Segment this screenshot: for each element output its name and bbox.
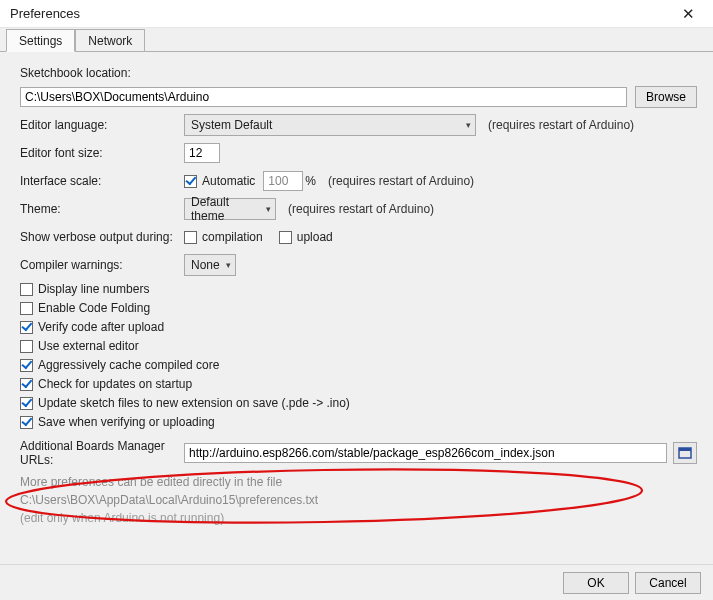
theme-select[interactable]: Default theme ▾ xyxy=(184,198,276,220)
dialog-footer: OK Cancel xyxy=(0,564,713,600)
scale-auto-checkbox[interactable] xyxy=(184,175,197,188)
verbose-compilation-checkbox[interactable] xyxy=(184,231,197,244)
theme-value: Default theme xyxy=(191,195,257,223)
warnings-value: None xyxy=(191,258,220,272)
window-icon xyxy=(678,447,692,459)
titlebar: Preferences ✕ xyxy=(0,0,713,28)
chevron-down-icon: ▾ xyxy=(226,260,231,270)
tab-bar: Settings Network xyxy=(0,28,713,52)
chevron-down-icon: ▾ xyxy=(266,204,271,214)
close-icon[interactable]: ✕ xyxy=(671,5,705,23)
tab-settings[interactable]: Settings xyxy=(6,29,75,52)
chevron-down-icon: ▾ xyxy=(466,120,471,130)
theme-hint: (requires restart of Arduino) xyxy=(288,202,434,216)
verify-after-upload-checkbox[interactable] xyxy=(20,321,33,334)
edit-only-note: (edit only when Arduino is not running) xyxy=(20,511,697,525)
boards-url-expand-button[interactable] xyxy=(673,442,697,464)
verify-after-upload-label: Verify code after upload xyxy=(38,320,164,334)
cancel-button[interactable]: Cancel xyxy=(635,572,701,594)
scale-value-input[interactable] xyxy=(263,171,303,191)
update-ext-label: Update sketch files to new extension on … xyxy=(38,396,350,410)
sketchbook-label: Sketchbook location: xyxy=(20,66,131,80)
verbose-upload-label: upload xyxy=(297,230,333,244)
warnings-label: Compiler warnings: xyxy=(20,258,184,272)
scale-hint: (requires restart of Arduino) xyxy=(328,174,474,188)
window-title: Preferences xyxy=(10,6,80,21)
prefs-file-path[interactable]: C:\Users\BOX\AppData\Local\Arduino15\pre… xyxy=(20,493,697,507)
warnings-select[interactable]: None ▾ xyxy=(184,254,236,276)
theme-label: Theme: xyxy=(20,202,184,216)
sketchbook-path-input[interactable] xyxy=(20,87,627,107)
preferences-dialog: Preferences ✕ Settings Network Sketchboo… xyxy=(0,0,713,600)
browse-button[interactable]: Browse xyxy=(635,86,697,108)
tab-network[interactable]: Network xyxy=(75,29,145,51)
fontsize-label: Editor font size: xyxy=(20,146,184,160)
save-on-verify-label: Save when verifying or uploading xyxy=(38,415,215,429)
scale-label: Interface scale: xyxy=(20,174,184,188)
cache-core-label: Aggressively cache compiled core xyxy=(38,358,219,372)
language-select[interactable]: System Default ▾ xyxy=(184,114,476,136)
enable-code-folding-label: Enable Code Folding xyxy=(38,301,150,315)
boards-url-input[interactable] xyxy=(184,443,667,463)
more-prefs-note: More preferences can be edited directly … xyxy=(20,475,697,489)
language-value: System Default xyxy=(191,118,272,132)
verbose-upload-checkbox[interactable] xyxy=(279,231,292,244)
check-updates-checkbox[interactable] xyxy=(20,378,33,391)
verbose-label: Show verbose output during: xyxy=(20,230,184,244)
ok-button[interactable]: OK xyxy=(563,572,629,594)
display-line-numbers-checkbox[interactable] xyxy=(20,283,33,296)
svg-rect-1 xyxy=(679,448,691,451)
boards-url-label: Additional Boards Manager URLs: xyxy=(20,439,184,467)
scale-auto-label: Automatic xyxy=(202,174,255,188)
settings-panel: Sketchbook location: Browse Editor langu… xyxy=(0,52,713,529)
fontsize-input[interactable] xyxy=(184,143,220,163)
enable-code-folding-checkbox[interactable] xyxy=(20,302,33,315)
check-updates-label: Check for updates on startup xyxy=(38,377,192,391)
language-label: Editor language: xyxy=(20,118,184,132)
external-editor-label: Use external editor xyxy=(38,339,139,353)
save-on-verify-checkbox[interactable] xyxy=(20,416,33,429)
verbose-compilation-label: compilation xyxy=(202,230,263,244)
display-line-numbers-label: Display line numbers xyxy=(38,282,149,296)
external-editor-checkbox[interactable] xyxy=(20,340,33,353)
update-ext-checkbox[interactable] xyxy=(20,397,33,410)
scale-pct: % xyxy=(305,174,316,188)
cache-core-checkbox[interactable] xyxy=(20,359,33,372)
language-hint: (requires restart of Arduino) xyxy=(488,118,634,132)
